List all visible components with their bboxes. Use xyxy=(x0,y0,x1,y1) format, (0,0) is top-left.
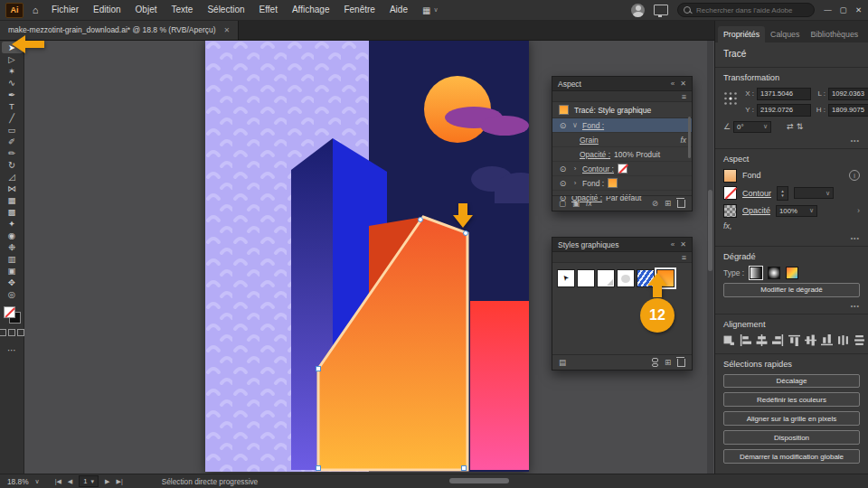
more-options-icon[interactable]: ••• xyxy=(723,137,860,144)
rectangle-tool[interactable]: ▭ xyxy=(2,124,23,136)
global-edit-button[interactable]: Démarrer la modification globale xyxy=(723,449,860,464)
last-artboard-icon[interactable]: ▶| xyxy=(117,478,123,485)
home-icon[interactable]: ⌂ xyxy=(26,5,44,15)
maximize-button[interactable]: ▢ xyxy=(837,5,849,14)
panel-scrollbar[interactable] xyxy=(688,117,691,158)
menu-selection[interactable]: Sélection xyxy=(200,0,251,20)
expand-chevron-icon[interactable]: ∨ xyxy=(571,121,579,129)
canvas-hscrollbar-thumb[interactable] xyxy=(449,478,509,483)
x-input[interactable] xyxy=(757,88,811,100)
break-link-icon[interactable] xyxy=(652,358,658,367)
flip-vertical-icon[interactable]: ⇅ xyxy=(797,122,804,131)
fill-orange-swatch[interactable] xyxy=(608,178,618,188)
styles-library-icon[interactable]: ▤ xyxy=(559,358,566,367)
align-right-icon[interactable] xyxy=(772,334,784,346)
appearance-row-stroke[interactable]: ⊙ › Contour : xyxy=(552,162,692,176)
draw-behind-icon[interactable] xyxy=(8,329,15,336)
magic-wand-tool[interactable]: ✶ xyxy=(2,65,23,77)
draw-mode-buttons[interactable] xyxy=(0,329,24,336)
edit-gradient-button[interactable]: Modifier le dégradé xyxy=(723,283,860,297)
align-left-icon[interactable] xyxy=(740,334,751,346)
draw-normal-icon[interactable] xyxy=(0,329,6,336)
reference-point-locator[interactable] xyxy=(723,91,738,106)
graphic-styles-titlebar[interactable]: Styles graphiques « ✕ xyxy=(552,238,692,252)
align-center-icon[interactable] xyxy=(756,334,768,346)
line-segment-tool[interactable]: ╱ xyxy=(2,112,23,124)
edit-toolbar-button[interactable]: ⋯ xyxy=(7,345,16,355)
close-document-icon[interactable]: ✕ xyxy=(224,26,231,34)
gradient-tool[interactable]: ▩ xyxy=(2,206,23,218)
fill-swatch[interactable] xyxy=(4,306,15,318)
appearance-panel-titlebar[interactable]: Aspect « ✕ xyxy=(552,77,692,91)
pink-tower-shape[interactable] xyxy=(470,301,529,470)
chevron-down-icon[interactable]: ∨ xyxy=(35,478,40,485)
previous-artboard-icon[interactable]: ◀ xyxy=(68,478,72,485)
graphic-style-swatch-4[interactable] xyxy=(617,269,635,287)
artboard-number-combo[interactable]: 1 ▾ xyxy=(79,475,99,487)
minimize-button[interactable]: — xyxy=(822,5,834,14)
stroke-label[interactable]: Contour xyxy=(742,189,771,198)
appearance-row-fill-1[interactable]: ⊙ ∨ Fond : xyxy=(552,118,692,133)
close-panel-icon[interactable]: ✕ xyxy=(680,240,686,249)
arrange-button[interactable]: Disposition xyxy=(723,430,860,445)
draw-inside-icon[interactable] xyxy=(17,329,24,336)
artboard-tool[interactable]: ▣ xyxy=(2,265,23,277)
tab-bibliotheques[interactable]: Bibliothèques xyxy=(805,26,863,42)
appearance-row-opacity-1[interactable]: Opacité : 100% Produit xyxy=(552,147,692,162)
graphic-style-swatch-2[interactable] xyxy=(577,269,595,287)
width-input[interactable] xyxy=(828,88,868,100)
hand-tool[interactable]: ✥ xyxy=(2,277,23,288)
radial-gradient-icon[interactable] xyxy=(768,267,780,279)
panel-menu-icon[interactable]: ≡ xyxy=(682,253,686,262)
new-style-icon[interactable]: ⊞ xyxy=(665,358,671,367)
pen-tool[interactable]: ✒ xyxy=(2,89,23,100)
new-fill-icon[interactable]: ▣ xyxy=(572,199,580,208)
align-top-icon[interactable] xyxy=(788,334,800,346)
stroke-none-swatch[interactable] xyxy=(618,164,627,174)
opacity-combo[interactable]: 100%∨ xyxy=(776,205,817,217)
align-middle-icon[interactable] xyxy=(805,334,816,346)
rotate-tool[interactable]: ↻ xyxy=(2,159,23,171)
add-effect-icon[interactable]: fx xyxy=(586,199,592,208)
artboard[interactable] xyxy=(205,40,529,472)
effects-fx-icon[interactable]: fx, xyxy=(723,221,732,230)
menu-objet[interactable]: Objet xyxy=(128,0,165,20)
linear-gradient-icon[interactable] xyxy=(750,267,762,279)
menu-texte[interactable]: Texte xyxy=(165,0,201,20)
align-bottom-icon[interactable] xyxy=(821,334,833,346)
clear-appearance-icon[interactable]: ⊘ xyxy=(652,199,658,208)
stroke-color-swatch[interactable] xyxy=(723,186,737,200)
expand-chevron-icon[interactable]: › xyxy=(571,179,579,187)
graphic-style-swatch-3[interactable] xyxy=(597,269,615,287)
align-to-selection-icon[interactable] xyxy=(723,334,735,346)
graphic-style-swatch-1[interactable]: ➤ xyxy=(557,269,575,287)
menu-fichier[interactable]: Fichier xyxy=(44,0,86,20)
type-tool[interactable]: T xyxy=(2,100,23,112)
align-pixel-grid-button[interactable]: Aligner sur la grille en pixels xyxy=(723,411,860,426)
recolor-button[interactable]: Redéfinir les couleurs xyxy=(723,392,860,407)
stroke-weight-combo[interactable]: ∨ xyxy=(794,187,834,199)
scale-tool[interactable]: ◿ xyxy=(2,171,23,183)
paintbrush-tool[interactable]: ✐ xyxy=(2,136,23,147)
visibility-eye-icon[interactable]: ⊙ xyxy=(558,121,568,130)
offset-button[interactable]: Décalage xyxy=(723,374,860,389)
menu-effet[interactable]: Effet xyxy=(252,0,285,20)
delete-style-icon[interactable] xyxy=(677,359,685,367)
visibility-eye-icon[interactable]: ⊙ xyxy=(558,179,568,188)
distribute-horizontal-icon[interactable] xyxy=(837,334,849,346)
blend-tool[interactable]: ◉ xyxy=(2,230,23,241)
opacity-label[interactable]: Opacité xyxy=(742,206,770,215)
menu-edition[interactable]: Edition xyxy=(86,0,128,20)
delete-item-icon[interactable] xyxy=(677,200,685,208)
eyedropper-tool[interactable]: ✦ xyxy=(2,218,23,230)
collapse-panel-icon[interactable]: « xyxy=(671,80,675,88)
fill-stroke-indicator[interactable] xyxy=(4,306,21,324)
duplicate-item-icon[interactable]: ⊞ xyxy=(665,199,671,208)
mesh-tool[interactable]: ▦ xyxy=(2,194,23,206)
zoom-level[interactable]: 18.8% xyxy=(7,477,29,486)
width-tool[interactable]: ⋈ xyxy=(2,183,23,194)
appearance-row-grain-effect[interactable]: Grain fx xyxy=(552,133,692,147)
zoom-tool[interactable]: ◎ xyxy=(2,288,23,300)
fx-icon[interactable]: fx xyxy=(680,136,686,145)
help-search[interactable] xyxy=(677,3,815,17)
